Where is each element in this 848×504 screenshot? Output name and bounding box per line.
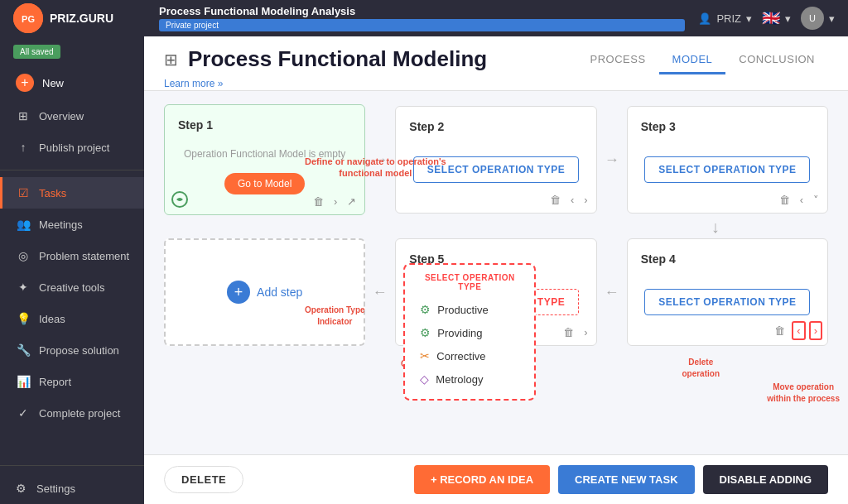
- step2-header: Step 2: [409, 120, 582, 133]
- record-idea-button[interactable]: + RECORD AN IDEA: [414, 465, 550, 494]
- project-title: Process Functional Modeling Analysis: [159, 5, 685, 17]
- dropdown-title: SELECT OPERATION TYPE: [417, 273, 523, 291]
- steps-row2: Step 4 SELECT OPERATION TYPE 🗑 ‹ ›: [164, 238, 828, 346]
- step4-header: Step 4: [641, 252, 814, 266]
- add-step-inner: + Add step: [227, 281, 302, 304]
- add-step-label: Add step: [257, 286, 302, 299]
- arrow-1-2: →: [365, 151, 395, 169]
- step2-select-btn[interactable]: SELECT OPERATION TYPE: [413, 156, 579, 183]
- sidebar-divider-2: [0, 465, 144, 466]
- step2-delete-btn[interactable]: 🗑: [547, 192, 564, 208]
- user-icon: 👤: [698, 12, 711, 25]
- op-metrology[interactable]: ◇ Metrology: [417, 367, 523, 391]
- annotation-move: Move operation within the process: [767, 382, 840, 405]
- step1-wrapper: Step 1 Operation Functional Model is emp…: [164, 104, 365, 215]
- providing-icon: ⚙: [420, 326, 431, 339]
- step4-next-btn[interactable]: ›: [809, 321, 822, 340]
- sidebar-status: All saved: [0, 36, 144, 65]
- sidebar-item-label: Propose solution: [39, 344, 119, 357]
- step1-external-btn[interactable]: ↗: [344, 194, 359, 209]
- step2-prev-btn[interactable]: ‹: [567, 192, 577, 208]
- canvas-area: Step 1 Operation Functional Model is emp…: [144, 91, 848, 454]
- app-wrapper: PG PRIZ.GURU Process Functional Modeling…: [0, 0, 848, 504]
- step4-wrapper: Step 4 SELECT OPERATION TYPE 🗑 ‹ ›: [627, 238, 828, 346]
- step1-go-btn[interactable]: Go to Model: [224, 173, 305, 194]
- step2-next-btn[interactable]: ›: [581, 192, 590, 208]
- sidebar-item-settings[interactable]: ⚙ Settings: [0, 473, 144, 504]
- complete-icon: ✓: [16, 406, 31, 420]
- avatar-menu[interactable]: U ▾: [801, 7, 835, 30]
- step3-collapse-btn[interactable]: ˅: [810, 192, 822, 208]
- propose-icon: 🔧: [16, 343, 31, 358]
- add-step-icon: +: [227, 281, 250, 304]
- sidebar-item-creative[interactable]: ✦ Creative tools: [0, 271, 144, 303]
- language-selector[interactable]: 🇬🇧 ▾: [762, 9, 791, 27]
- operation-dropdown: SELECT OPERATION TYPE ⚙ Productive ⚙ Pro…: [403, 263, 536, 401]
- step4-delete-btn[interactable]: 🗑: [771, 323, 788, 338]
- user-menu[interactable]: 👤 PRIZ ▾: [698, 12, 752, 25]
- corrective-icon: ✂: [420, 349, 430, 362]
- add-step-card[interactable]: + Add step: [164, 238, 365, 346]
- delete-button[interactable]: DELETE: [164, 466, 243, 493]
- sidebar-item-publish[interactable]: ↑ Publish project: [0, 132, 144, 163]
- step4-card: Step 4 SELECT OPERATION TYPE 🗑 ‹ ›: [627, 238, 828, 346]
- create-task-button[interactable]: CREATE NEW TASK: [558, 465, 694, 494]
- tab-model[interactable]: MODEL: [659, 46, 726, 74]
- page-nav-tabs: PROCESS MODEL CONCLUSION: [577, 46, 829, 74]
- report-icon: 📊: [16, 374, 31, 389]
- bottom-left: DELETE: [164, 466, 243, 493]
- step5-next-btn[interactable]: ›: [581, 324, 590, 340]
- disable-adding-button[interactable]: DISABLE ADDING: [703, 465, 828, 494]
- step4-prev-btn[interactable]: ‹: [792, 321, 805, 340]
- step1-indicator: [171, 191, 188, 208]
- sidebar-item-new[interactable]: + New: [0, 65, 144, 100]
- learn-more-link[interactable]: Learn more »: [164, 78, 223, 89]
- tasks-icon: ☑: [16, 185, 31, 200]
- step3-prev-btn[interactable]: ‹: [797, 192, 807, 208]
- step1-next-btn[interactable]: ›: [330, 194, 340, 209]
- svg-text:PG: PG: [22, 14, 35, 24]
- step3-header: Step 3: [641, 120, 814, 133]
- sidebar-item-tasks[interactable]: ☑ Tasks: [0, 177, 144, 209]
- main-content: All saved + New ⊞ Overview ↑ Publish pro…: [0, 36, 848, 504]
- sidebar-item-problem[interactable]: ◎ Problem statement: [0, 240, 144, 271]
- step1-card: Step 1 Operation Functional Model is emp…: [164, 104, 365, 215]
- step5-delete-btn[interactable]: 🗑: [560, 324, 577, 340]
- step1-delete-btn[interactable]: 🗑: [310, 194, 327, 209]
- step2-card: Step 2 SELECT OPERATION TYPE 🗑 ‹ ›: [395, 106, 596, 214]
- step3-actions: 🗑 ‹ ˅: [776, 192, 822, 208]
- sidebar-item-label: Complete project: [39, 407, 120, 420]
- sidebar-item-overview[interactable]: ⊞ Overview: [0, 100, 144, 132]
- annotation-delete: Delete operation: [682, 357, 720, 380]
- step3-delete-btn[interactable]: 🗑: [776, 192, 793, 208]
- sidebar-item-complete[interactable]: ✓ Complete project: [0, 397, 144, 429]
- step3-select-btn[interactable]: SELECT OPERATION TYPE: [644, 156, 810, 183]
- step5-wrapper: Step 5 SELECT OPERATION TYPE 🗑 › SELEC: [395, 238, 596, 346]
- sidebar-item-propose[interactable]: 🔧 Propose solution: [0, 334, 144, 366]
- bottom-bar: DELETE + RECORD AN IDEA CREATE NEW TASK …: [144, 454, 848, 504]
- avatar: U: [801, 7, 824, 30]
- all-saved-badge: All saved: [13, 45, 60, 59]
- productive-icon: ⚙: [420, 303, 431, 316]
- tab-conclusion[interactable]: CONCLUSION: [725, 46, 828, 74]
- step4-select-btn[interactable]: SELECT OPERATION TYPE: [644, 289, 810, 315]
- step5-actions: 🗑 ›: [560, 324, 590, 340]
- creative-icon: ✦: [16, 280, 31, 295]
- op-providing[interactable]: ⚙ Providing: [417, 321, 523, 344]
- bottom-right: + RECORD AN IDEA CREATE NEW TASK DISABLE…: [414, 465, 828, 494]
- arrow-add-5: →: [365, 284, 395, 301]
- op-productive[interactable]: ⚙ Productive: [417, 298, 523, 321]
- sidebar-item-ideas[interactable]: 💡 Ideas: [0, 303, 144, 334]
- chevron-down-icon: ▾: [785, 12, 791, 25]
- metrology-icon: ◇: [420, 372, 429, 386]
- new-icon: +: [16, 74, 34, 92]
- op-corrective[interactable]: ✂ Corrective: [417, 344, 523, 367]
- tab-process[interactable]: PROCESS: [577, 46, 659, 74]
- step3-wrapper: Step 3 SELECT OPERATION TYPE 🗑 ‹ ˅: [627, 106, 828, 214]
- sidebar-item-report[interactable]: 📊 Report: [0, 366, 144, 397]
- sidebar-item-label: Ideas: [39, 313, 65, 325]
- add-step-wrapper: + Add step: [164, 238, 365, 346]
- logo-text: PRIZ.GURU: [50, 12, 113, 25]
- sidebar-item-meetings[interactable]: 👥 Meetings: [0, 209, 144, 240]
- sidebar-item-label: Report: [39, 376, 71, 388]
